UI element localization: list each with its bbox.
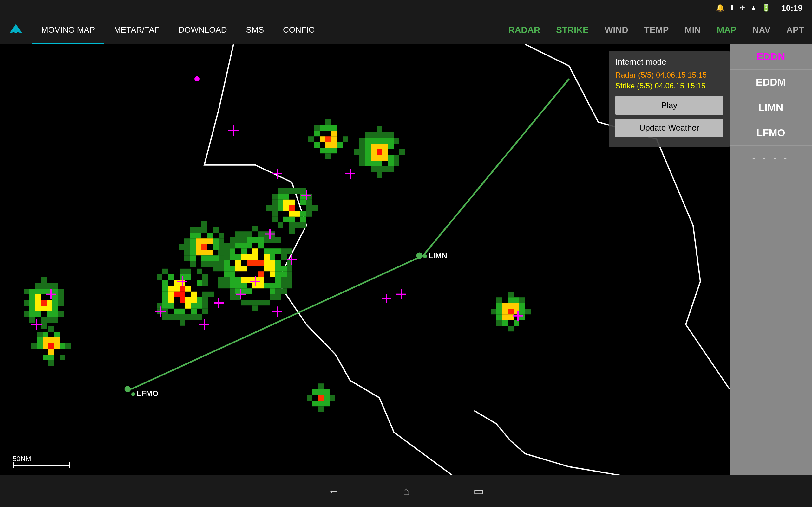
right-sidebar: EDDN EDDM LIMN LFMO - - - - bbox=[729, 44, 812, 475]
back-button[interactable]: ← bbox=[328, 485, 339, 498]
overlay-title: Internet mode bbox=[615, 57, 723, 67]
app-logo bbox=[3, 19, 29, 41]
play-button[interactable]: Play bbox=[615, 96, 723, 115]
scale-indicator: 50NM bbox=[13, 455, 70, 466]
nav-right: RADAR STRIKE WIND TEMP MIN MAP NAV APT bbox=[500, 16, 812, 44]
overlay-radar-info: Radar (5/5) 04.06.15 15:15 bbox=[615, 71, 723, 79]
sidebar-item-eddm[interactable]: EDDM bbox=[729, 70, 812, 95]
sidebar-item-lfmo[interactable]: LFMO bbox=[729, 120, 812, 146]
bottom-bar: ← ⌂ ▭ bbox=[0, 475, 812, 507]
nav-left: MOVING MAP METAR/TAF DOWNLOAD SMS CONFIG bbox=[32, 16, 324, 44]
overlay-strike-info: Strike (5/5) 04.06.15 15:15 bbox=[615, 81, 723, 90]
battery-icon: 🔋 bbox=[762, 4, 770, 12]
status-bar: 🔔 ⬇ ✈ ▲ 🔋 10:19 bbox=[0, 0, 812, 16]
status-time: 10:19 bbox=[781, 3, 803, 13]
waypoint-limn: LIMN bbox=[423, 251, 447, 260]
sidebar-item-dashes: - - - - bbox=[729, 146, 812, 171]
nav-sms[interactable]: SMS bbox=[237, 16, 273, 44]
nav-config[interactable]: CONFIG bbox=[273, 16, 324, 44]
nav-apt[interactable]: APT bbox=[778, 16, 812, 44]
scale-line bbox=[13, 465, 70, 466]
nav-wind[interactable]: WIND bbox=[597, 16, 636, 44]
sidebar-item-limn[interactable]: LIMN bbox=[729, 95, 812, 120]
update-weather-button[interactable]: Update Weather bbox=[615, 118, 723, 137]
nav-min[interactable]: MIN bbox=[676, 16, 709, 44]
sidebar-item-eddn[interactable]: EDDN bbox=[729, 44, 812, 70]
home-button[interactable]: ⌂ bbox=[403, 485, 410, 498]
scale-label: 50NM bbox=[13, 455, 32, 463]
weather-overlay-panel: Internet mode Radar (5/5) 04.06.15 15:15… bbox=[609, 51, 729, 147]
nav-strike[interactable]: STRIKE bbox=[548, 16, 597, 44]
nav-map[interactable]: MAP bbox=[709, 16, 745, 44]
app-icon: ✈ bbox=[740, 4, 745, 12]
nav-nav[interactable]: NAV bbox=[745, 16, 778, 44]
notification-icon: 🔔 bbox=[716, 4, 724, 12]
nav-radar[interactable]: RADAR bbox=[500, 16, 548, 44]
nav-moving-map[interactable]: MOVING MAP bbox=[32, 16, 104, 44]
nav-metar-taf[interactable]: METAR/TAF bbox=[104, 16, 169, 44]
nav-bar: MOVING MAP METAR/TAF DOWNLOAD SMS CONFIG… bbox=[0, 16, 812, 44]
download-status-icon: ⬇ bbox=[729, 4, 735, 12]
recent-button[interactable]: ▭ bbox=[473, 485, 484, 498]
nav-download[interactable]: DOWNLOAD bbox=[169, 16, 237, 44]
nav-temp[interactable]: TEMP bbox=[636, 16, 677, 44]
wifi-icon: ▲ bbox=[750, 4, 757, 12]
svg-marker-0 bbox=[9, 24, 22, 33]
waypoint-lfmo: LFMO bbox=[131, 389, 158, 398]
map-area[interactable]: Internet mode Radar (5/5) 04.06.15 15:15… bbox=[0, 44, 729, 475]
